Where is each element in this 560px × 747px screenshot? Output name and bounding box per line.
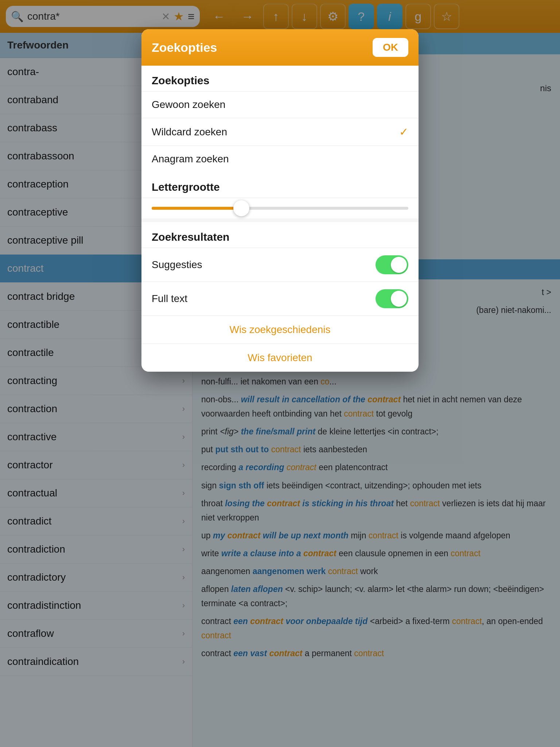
- suggesties-option: Suggesties: [141, 248, 419, 282]
- settings-modal: Zoekopties OK Zoekopties Gewoon zoeken W…: [141, 29, 419, 372]
- font-size-slider-container: [141, 198, 419, 218]
- modal-header: Zoekopties OK: [141, 29, 419, 66]
- wildcard-zoeken-option[interactable]: Wildcard zoeken ✓: [141, 118, 419, 146]
- wildcard-zoeken-label: Wildcard zoeken: [152, 126, 227, 138]
- slider-track[interactable]: [152, 207, 408, 210]
- anagram-zoeken-label: Anagram zoeken: [152, 153, 229, 165]
- modal-overlay[interactable]: Zoekopties OK Zoekopties Gewoon zoeken W…: [0, 0, 560, 747]
- search-options-title: Zoekopties: [141, 66, 419, 91]
- modal-body: Zoekopties Gewoon zoeken Wildcard zoeken…: [141, 66, 419, 372]
- wis-favorieten-button[interactable]: Wis favorieten: [141, 344, 419, 372]
- anagram-zoeken-option[interactable]: Anagram zoeken: [141, 146, 419, 172]
- wis-zoekgeschiedenis-button[interactable]: Wis zoekgeschiedenis: [141, 316, 419, 344]
- slider-thumb[interactable]: [233, 200, 249, 216]
- modal-section-divider: [141, 218, 419, 222]
- fulltext-label: Full text: [152, 293, 187, 305]
- lettergrootte-title: Lettergrootte: [141, 172, 419, 198]
- wildcard-checkmark: ✓: [399, 125, 408, 138]
- slider-fill: [152, 207, 241, 210]
- ok-button[interactable]: OK: [373, 38, 408, 57]
- gewoon-zoeken-label: Gewoon zoeken: [152, 99, 225, 111]
- fulltext-toggle[interactable]: [376, 289, 408, 308]
- zoekresultaten-title: Zoekresultaten: [141, 222, 419, 248]
- suggesties-toggle[interactable]: [376, 255, 408, 274]
- gewoon-zoeken-option[interactable]: Gewoon zoeken: [141, 91, 419, 118]
- modal-title: Zoekopties: [152, 40, 217, 55]
- suggesties-label: Suggesties: [152, 259, 202, 271]
- fulltext-option: Full text: [141, 282, 419, 316]
